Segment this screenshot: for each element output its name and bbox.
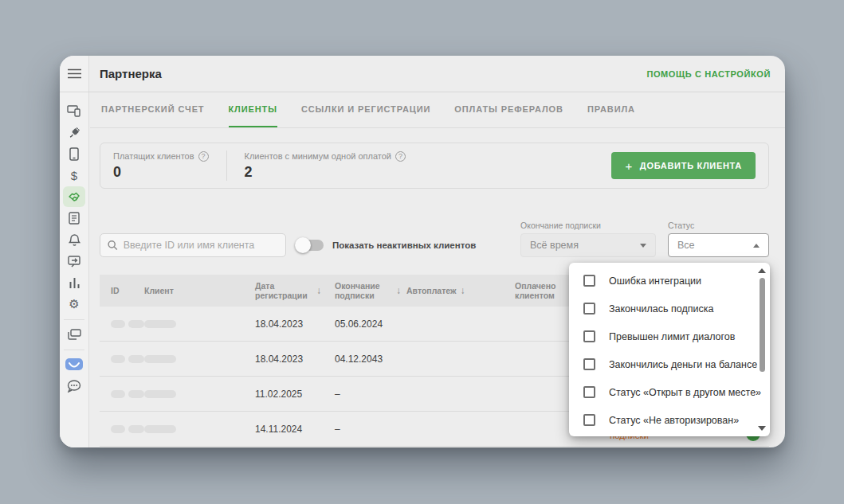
question-icon[interactable]: ?	[395, 151, 406, 162]
cell-client-redacted	[144, 355, 255, 363]
tab-3[interactable]: ОПЛАТЫ РЕФЕРАЛОВ	[454, 92, 563, 127]
scroll-down-icon[interactable]	[758, 426, 766, 431]
scrollbar-thumb[interactable]	[760, 278, 765, 372]
checkbox-icon[interactable]	[583, 386, 595, 398]
stat-clients-one-payment: Клиентов с минимум одной оплатой ? 2	[245, 151, 406, 181]
status-option-3[interactable]: Закончились деньги на балансе	[569, 350, 770, 378]
search-input[interactable]	[124, 240, 278, 251]
scroll-up-icon[interactable]	[758, 268, 766, 273]
stat-divider	[226, 150, 227, 181]
partner-icon	[68, 192, 81, 202]
client-search-box	[100, 233, 286, 257]
cell-registration-date: 11.02.2025	[255, 389, 335, 400]
column-header[interactable]: Автоплатеж↓	[406, 285, 515, 296]
stat-value: 0	[113, 164, 209, 181]
cell-registration-date: 14.11.2024	[255, 424, 335, 435]
checkbox-icon[interactable]	[583, 414, 595, 426]
sidebar-item-devices[interactable]	[63, 100, 85, 121]
cell-subscription-end: –	[335, 389, 406, 400]
tab-0[interactable]: ПАРТНЕРСКИЙ СЧЕТ	[101, 92, 205, 127]
status-option-0[interactable]: Ошибка интеграции	[569, 267, 770, 295]
sidebar-item-notifications[interactable]	[63, 229, 85, 250]
redacted-pill	[111, 390, 125, 398]
status-option-2[interactable]: Превышен лимит диалогов	[569, 322, 770, 350]
redacted-pill	[144, 390, 176, 398]
column-header[interactable]: Дата регистрации↓	[255, 281, 335, 300]
status-select[interactable]: Все	[668, 233, 769, 257]
column-header: Клиент	[144, 286, 255, 295]
cell-client-redacted	[144, 425, 255, 433]
settings-icon: ⚙	[69, 297, 79, 311]
add-client-button[interactable]: + ДОБАВИТЬ КЛИЕНТА	[611, 152, 756, 179]
sidebar-item-integrations[interactable]	[63, 122, 85, 143]
redacted-pill	[144, 355, 176, 363]
sidebar-item-broadcasts[interactable]	[63, 251, 85, 272]
app-window: $⚙ Партнерка ПОМОЩЬ С НАСТРОЙКОЙ ПАРТНЕР…	[60, 56, 785, 447]
question-icon[interactable]: ?	[198, 151, 209, 162]
redacted-pill	[144, 320, 176, 328]
sort-desc-icon[interactable]: ↓	[396, 285, 401, 296]
sidebar-item-partner[interactable]	[63, 186, 85, 207]
status-dropdown-panel: Ошибка интеграцииЗакончилась подпискаПре…	[569, 263, 770, 436]
topbar: Партнерка ПОМОЩЬ С НАСТРОЙКОЙ	[60, 56, 785, 92]
sidebar-item-phone[interactable]	[63, 143, 85, 164]
integrations-icon	[68, 126, 81, 139]
statistics-icon	[69, 277, 80, 289]
cell-registration-date: 18.04.2023	[255, 318, 335, 330]
tab-2[interactable]: ССЫЛКИ И РЕГИСТРАЦИИ	[301, 92, 430, 127]
sidebar-item-settings[interactable]: ⚙	[63, 294, 85, 315]
documents-icon	[69, 212, 80, 225]
sidebar-item-statistics[interactable]	[63, 272, 85, 293]
sidebar-item-brand[interactable]	[63, 354, 85, 375]
sidebar-item-support[interactable]	[63, 376, 85, 397]
stat-label: Платящих клиентов	[113, 151, 194, 161]
sidebar: $⚙	[60, 56, 89, 447]
checkbox-icon[interactable]	[583, 330, 595, 342]
redacted-pill	[128, 425, 144, 433]
checkbox-icon[interactable]	[583, 275, 595, 287]
cell-id-redacted	[100, 355, 144, 363]
status-label: Статус	[668, 221, 769, 230]
cell-id-redacted	[100, 390, 144, 398]
tab-bar: ПАРТНЕРСКИЙ СЧЕТКЛИЕНТЫССЫЛКИ И РЕГИСТРА…	[90, 92, 785, 128]
subscription-end-label: Окончание подписки	[520, 221, 656, 230]
sidebar-item-documents[interactable]	[63, 208, 85, 229]
support-icon	[67, 380, 81, 393]
redacted-pill	[128, 320, 144, 328]
help-setup-link[interactable]: ПОМОЩЬ С НАСТРОЙКОЙ	[646, 69, 771, 79]
status-option-4[interactable]: Статус «Открыт в другом месте»	[569, 378, 770, 406]
status-option-5[interactable]: Статус «Не авторизирован»	[569, 406, 770, 434]
checkbox-icon[interactable]	[583, 358, 595, 370]
sort-desc-icon[interactable]: ↓	[460, 285, 465, 296]
stat-paying-clients: Платящих клиентов ? 0	[113, 151, 209, 181]
redacted-pill	[111, 355, 125, 363]
stat-value: 2	[245, 164, 406, 181]
status-option-1[interactable]: Закончилась подписка	[569, 295, 770, 322]
notifications-icon	[69, 233, 80, 247]
sort-desc-icon[interactable]: ↓	[316, 285, 321, 296]
hamburger-menu-icon[interactable]	[60, 68, 89, 79]
devices-icon	[67, 104, 81, 117]
redacted-pill	[128, 355, 144, 363]
redacted-pill	[111, 425, 125, 433]
column-header[interactable]: Окончание подписки↓	[335, 281, 406, 300]
page-title: Партнерка	[100, 67, 162, 80]
toggle-label: Показать неактивных клиентов	[332, 240, 476, 250]
redacted-pill	[144, 425, 176, 433]
sidebar-divider	[64, 319, 84, 320]
cell-registration-date: 18.04.2023	[255, 354, 335, 365]
checkbox-icon[interactable]	[583, 303, 595, 315]
tab-1[interactable]: КЛИЕНТЫ	[229, 92, 277, 127]
cell-id-redacted	[100, 320, 144, 328]
sidebar-item-payments[interactable]: $	[63, 165, 85, 186]
dialogs-icon	[68, 329, 81, 341]
redacted-pill	[111, 320, 125, 328]
brand-icon	[65, 358, 83, 371]
subscription-end-select[interactable]: Всё время	[520, 233, 656, 257]
inactive-clients-toggle[interactable]	[296, 240, 324, 251]
sidebar-divider	[64, 350, 84, 350]
tab-4[interactable]: ПРАВИЛА	[587, 92, 635, 127]
phone-icon	[69, 147, 79, 161]
cell-client-redacted	[144, 390, 255, 398]
sidebar-item-dialogs[interactable]	[63, 324, 85, 345]
